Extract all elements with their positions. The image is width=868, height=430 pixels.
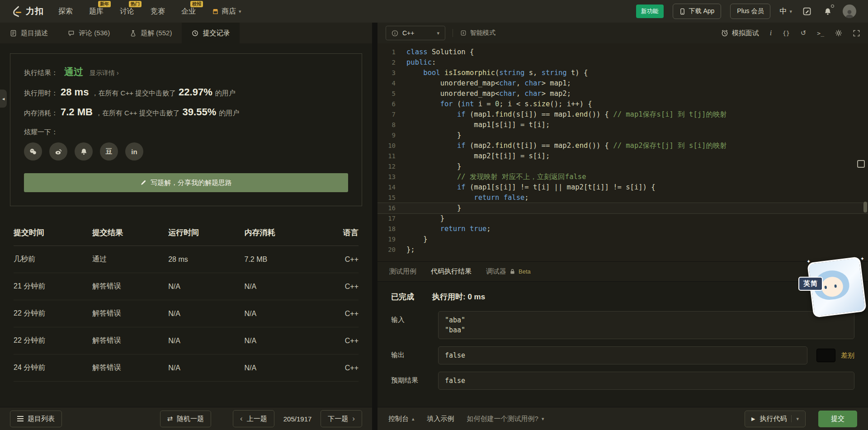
fill-example-label: 填入示例	[427, 415, 454, 423]
tab-solutions[interactable]: 题解 (552)	[120, 23, 182, 43]
qq-share-icon[interactable]	[75, 142, 93, 161]
input-box[interactable]: "aba" "baa"	[438, 311, 854, 339]
col-memory: 内存消耗	[245, 220, 321, 246]
testcase-help-link[interactable]: 如何创建一个测试用例? ▾	[467, 415, 544, 423]
sidebar-collapse-handle[interactable]: ◂	[0, 90, 7, 108]
diff-toggle[interactable]	[816, 349, 835, 362]
output-value: false	[445, 350, 801, 360]
plus-member-button[interactable]: Plus 会员	[730, 4, 770, 19]
leetcode-logo[interactable]: 力扣	[12, 5, 44, 17]
terminal-icon[interactable]: >_	[817, 30, 824, 37]
random-question-button[interactable]: ⇄ 随机一题	[160, 411, 212, 427]
memory-row: 内存消耗： 7.2 MB ，在所有 C++ 提交中击败了 39.55% 的用户	[24, 106, 348, 118]
tab-comments[interactable]: 评论 (536)	[58, 23, 120, 43]
avatar[interactable]	[843, 5, 856, 18]
mock-interview-button[interactable]: 模拟面试	[721, 29, 759, 38]
run-code-button[interactable]: ▶ 执行代码 ▾	[745, 411, 806, 427]
nav-item-badge: 热门	[129, 1, 142, 7]
sparkle-icon: ✦	[860, 256, 864, 262]
expected-box[interactable]: false	[438, 372, 854, 390]
nav-item-contest[interactable]: 竞赛	[151, 7, 165, 16]
nav-item-label: 题库	[89, 7, 104, 16]
nav-item-business[interactable]: 企业校招	[181, 7, 196, 16]
nav-item-label: 企业	[181, 7, 196, 16]
notifications-bell-icon[interactable]	[822, 5, 834, 17]
line-number: 5	[377, 89, 406, 99]
nav-item-discuss[interactable]: 讨论热门	[120, 7, 134, 16]
panel-divider[interactable]	[372, 23, 377, 407]
problem-list-button[interactable]: 题目列表	[10, 411, 62, 427]
table-row: 21 分钟前解答错误N/AN/AC++	[14, 273, 359, 300]
cell-result-link[interactable]: 通过	[92, 246, 168, 273]
submit-button[interactable]: 提交	[818, 411, 857, 427]
language-switcher[interactable]: 中 ▾	[779, 7, 792, 16]
code-text: }	[406, 234, 428, 245]
share-label: 炫耀一下：	[24, 128, 348, 137]
code-line: 1class Solution {	[377, 47, 868, 57]
question-nav: ‹ 上一题 205/1917 下一题 ›	[233, 410, 362, 427]
output-box[interactable]: false	[438, 346, 807, 364]
tab-submissions-label: 提交记录	[203, 29, 230, 38]
code-editor[interactable]: 1class Solution {2public:3 bool isIsomor…	[377, 43, 868, 261]
exec-result-value[interactable]: 通过	[64, 66, 83, 78]
weibo-share-icon[interactable]	[49, 142, 67, 161]
settings-gear-icon[interactable]	[835, 29, 842, 37]
mock-interview-label: 模拟面试	[732, 29, 759, 38]
fullscreen-icon[interactable]	[853, 30, 860, 37]
tab-run-result[interactable]: 代码执行结果	[431, 267, 472, 276]
code-line: 13 // 发现映射 对应不上，立刻返回false	[377, 172, 868, 182]
col-runtime: 运行时间	[168, 220, 244, 246]
line-number: 14	[377, 182, 406, 193]
editor-popout-icon[interactable]	[857, 160, 865, 168]
cell-result-link[interactable]: 解答错误	[92, 327, 168, 354]
code-line: 19 }	[377, 234, 868, 245]
cell-runtime: N/A	[168, 354, 244, 382]
linkedin-share-icon[interactable]: in	[125, 142, 143, 161]
mascot-widget[interactable]: ✦ ✦ 英简	[798, 256, 866, 320]
runtime-beat-suffix: 的用户	[215, 89, 236, 98]
language-select[interactable]: C++ ▾	[386, 26, 445, 40]
nav-item-problems[interactable]: 题库新年	[89, 7, 104, 16]
new-feature-badge[interactable]: 新功能	[636, 5, 664, 18]
format-code-icon[interactable]: {}	[783, 30, 790, 37]
line-number: 19	[377, 234, 406, 245]
run-runtime-value: 0 ms	[467, 293, 485, 301]
line-number: 4	[377, 78, 406, 89]
tab-debugger[interactable]: 调试器 Beta	[486, 267, 531, 276]
table-header-row: 提交时间 提交结果 运行时间 内存消耗 语言	[14, 220, 359, 246]
alarm-clock-icon	[721, 29, 728, 37]
tab-testcase-label: 测试用例	[389, 267, 416, 276]
nav-item-store[interactable]: 商店▾	[212, 7, 241, 16]
code-line: 15 return false;	[377, 193, 868, 203]
console-toggle[interactable]: 控制台 ▴	[388, 415, 415, 423]
nav-item-explore[interactable]: 探索	[58, 7, 73, 16]
editor-info-icon[interactable]: i	[770, 29, 772, 37]
code-text: }	[406, 130, 461, 141]
download-app-button[interactable]: 下载 App	[673, 4, 722, 19]
line-number: 17	[377, 213, 406, 224]
feedback-icon[interactable]	[801, 5, 813, 17]
reset-code-icon[interactable]: ↺	[801, 29, 807, 37]
tab-submissions[interactable]: 提交记录	[182, 23, 240, 43]
run-runtime: 执行用时: 0 ms	[432, 292, 485, 302]
memory-label: 内存消耗：	[24, 109, 58, 118]
cell-submit-time: 22 分钟前	[14, 300, 92, 327]
wechat-share-icon[interactable]	[24, 142, 42, 161]
tab-testcase[interactable]: 测试用例	[389, 267, 416, 276]
cell-result-link[interactable]: 解答错误	[92, 300, 168, 327]
fill-example-button[interactable]: 填入示例	[427, 415, 454, 423]
tab-description[interactable]: 题目描述	[0, 23, 58, 43]
editor-scrollbar-thumb[interactable]	[863, 202, 867, 213]
douban-share-icon[interactable]: 豆	[100, 142, 118, 161]
prev-question-button[interactable]: ‹ 上一题	[233, 410, 274, 427]
cell-result-link[interactable]: 解答错误	[92, 273, 168, 300]
smart-mode-toggle[interactable]: 智能模式	[460, 29, 495, 37]
code-line: 3 bool isIsomorphic(string s, string t) …	[377, 68, 868, 78]
diff-button[interactable]: 差别	[841, 351, 854, 360]
next-question-button[interactable]: 下一题 ›	[321, 410, 362, 427]
cell-runtime: N/A	[168, 300, 244, 327]
show-details-link[interactable]: 显示详情 ›	[90, 69, 119, 77]
write-solution-button[interactable]: 写题解，分享我的解题思路	[24, 173, 348, 192]
mascot-label: 英简	[798, 277, 823, 291]
cell-result-link[interactable]: 解答错误	[92, 354, 168, 382]
